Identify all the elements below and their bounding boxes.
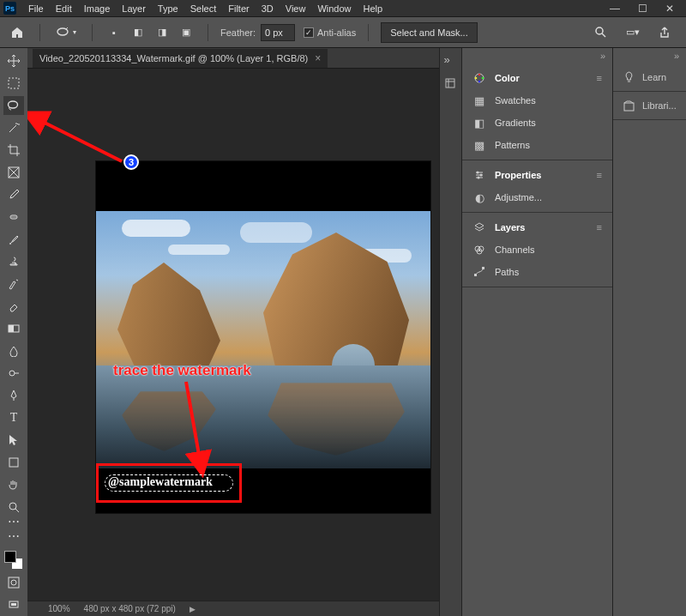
- svg-rect-25: [446, 79, 454, 88]
- eyedropper-tool[interactable]: [3, 185, 24, 204]
- shape-tool[interactable]: [3, 453, 24, 472]
- panel-layers[interactable]: Layers≡: [462, 216, 612, 239]
- hand-tool[interactable]: [3, 475, 24, 494]
- subtract-selection-button[interactable]: ◨: [153, 23, 172, 42]
- type-tool[interactable]: T: [3, 408, 24, 427]
- select-and-mask-button[interactable]: Select and Mask...: [381, 22, 478, 43]
- crop-tool[interactable]: [3, 141, 24, 160]
- step-marker-3: 3: [123, 154, 139, 170]
- marquee-tool[interactable]: [3, 74, 24, 93]
- svg-point-4: [9, 101, 18, 108]
- panel-adjustments[interactable]: ◐Adjustme...: [462, 186, 612, 208]
- eraser-tool[interactable]: [3, 297, 24, 316]
- menu-filter[interactable]: Filter: [223, 2, 254, 15]
- panel-collapse-icon[interactable]: »: [462, 48, 612, 63]
- panel-gradients[interactable]: ◧Gradients: [462, 112, 612, 134]
- blur-tool[interactable]: [3, 341, 24, 360]
- svg-point-17: [9, 503, 16, 510]
- canvas-image: [96, 211, 430, 468]
- svg-rect-22: [11, 603, 16, 606]
- move-tool[interactable]: [3, 51, 24, 70]
- menu-window[interactable]: Window: [312, 2, 356, 15]
- feather-label: Feather:: [220, 27, 256, 38]
- healing-tool[interactable]: [3, 208, 24, 226]
- color-icon: [472, 71, 486, 85]
- panel-channels[interactable]: Channels: [462, 239, 612, 261]
- intersect-selection-button[interactable]: ▣: [177, 23, 196, 42]
- menu-help[interactable]: Help: [358, 2, 388, 15]
- magic-wand-tool[interactable]: [3, 118, 24, 137]
- svg-point-1: [596, 27, 603, 34]
- canvas[interactable]: [96, 161, 430, 513]
- screen-mode-toggle[interactable]: [3, 595, 24, 614]
- menu-image[interactable]: Image: [79, 2, 116, 15]
- window-controls: — ☐ ✕: [609, 3, 683, 15]
- zoom-tool[interactable]: [3, 498, 24, 516]
- svg-point-11: [15, 216, 15, 217]
- svg-point-27: [478, 74, 481, 76]
- menu-file[interactable]: File: [23, 2, 49, 15]
- panel-properties[interactable]: Properties≡: [462, 164, 612, 186]
- stamp-tool[interactable]: [3, 252, 24, 271]
- status-bar: 100% 480 px x 480 px (72 ppi) ▶: [27, 601, 439, 616]
- doc-dimensions[interactable]: 480 px x 480 px (72 ppi): [84, 604, 176, 613]
- lightbulb-icon: [622, 70, 635, 84]
- svg-point-14: [9, 371, 15, 376]
- antialias-checkbox[interactable]: ✓ Anti-alias: [304, 27, 356, 38]
- frame-tool[interactable]: [3, 163, 24, 182]
- paths-icon: [472, 265, 486, 279]
- menu-view[interactable]: View: [280, 2, 311, 15]
- canvas-viewport[interactable]: 3 trace the watermark @samplewatermark: [27, 69, 439, 601]
- close-button[interactable]: ✕: [664, 3, 676, 15]
- feather-input[interactable]: [261, 24, 295, 41]
- panel-color[interactable]: Color≡: [462, 67, 612, 89]
- selection-mode-group: ▪ ◧ ◨ ▣: [105, 23, 196, 42]
- svg-rect-39: [624, 103, 634, 111]
- lasso-tool-indicator[interactable]: ▾: [52, 23, 80, 42]
- learn-button[interactable]: Learn: [613, 63, 686, 92]
- libraries-button[interactable]: Librari...: [613, 92, 686, 120]
- menu-layer[interactable]: Layer: [117, 2, 151, 15]
- gradients-icon: ◧: [472, 116, 486, 130]
- maximize-button[interactable]: ☐: [636, 3, 648, 15]
- side-collapse-icon[interactable]: »: [613, 48, 686, 63]
- menu-3d[interactable]: 3D: [256, 2, 279, 15]
- color-swatches[interactable]: [4, 551, 23, 570]
- svg-line-23: [43, 122, 122, 161]
- panel-swatches[interactable]: ▦Swatches: [462, 89, 612, 112]
- search-icon[interactable]: [591, 23, 611, 42]
- new-selection-button[interactable]: ▪: [105, 23, 123, 42]
- minimize-button[interactable]: —: [609, 3, 621, 15]
- quick-mask-toggle[interactable]: [3, 573, 24, 592]
- swatches-icon: ▦: [472, 94, 486, 107]
- gutter-history-icon[interactable]: [444, 77, 458, 91]
- gutter-expand-icon[interactable]: »: [444, 53, 458, 67]
- svg-point-32: [480, 174, 483, 177]
- home-button[interactable]: [7, 23, 27, 42]
- zoom-level[interactable]: 100%: [48, 604, 70, 613]
- panel-patterns[interactable]: ▩Patterns: [462, 134, 612, 156]
- pen-tool[interactable]: [3, 386, 24, 405]
- document-area: Video_220520113334_Watermark.gif @ 100% …: [27, 48, 439, 616]
- document-tab[interactable]: Video_220520113334_Watermark.gif @ 100% …: [33, 49, 328, 68]
- channels-icon: [472, 243, 486, 257]
- menu-select[interactable]: Select: [185, 2, 222, 15]
- watermark-text: @samplewatermark: [108, 475, 213, 489]
- share-icon[interactable]: [655, 23, 674, 42]
- add-selection-button[interactable]: ◧: [129, 23, 147, 42]
- lasso-tool[interactable]: [3, 96, 24, 115]
- menu-edit[interactable]: Edit: [51, 2, 77, 15]
- path-select-tool[interactable]: [3, 431, 24, 450]
- edit-toolbar[interactable]: ⋯: [3, 527, 24, 546]
- patterns-icon: ▩: [472, 138, 486, 152]
- menu-type[interactable]: Type: [153, 2, 184, 15]
- svg-rect-19: [9, 577, 19, 588]
- panel-paths[interactable]: Paths: [462, 261, 612, 283]
- document-tab-close[interactable]: ×: [315, 52, 321, 64]
- brush-tool[interactable]: [3, 230, 24, 249]
- side-panels: » Learn Librari...: [612, 48, 686, 616]
- gradient-tool[interactable]: [3, 319, 24, 338]
- dodge-tool[interactable]: [3, 364, 24, 383]
- workspace-icon[interactable]: ▭▾: [623, 23, 643, 42]
- history-brush-tool[interactable]: [3, 275, 24, 293]
